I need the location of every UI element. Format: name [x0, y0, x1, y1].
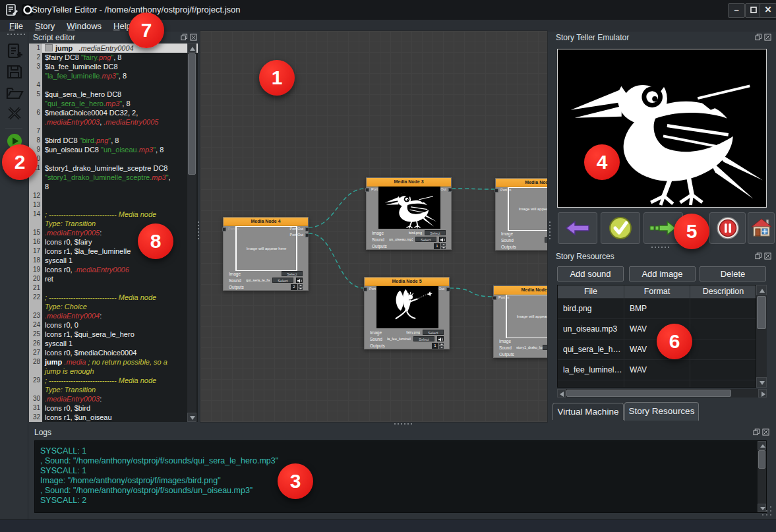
window-resize-grip[interactable]	[762, 506, 775, 519]
close-panel-icon[interactable]	[764, 34, 771, 41]
tab-story-resources[interactable]: Story Resources	[624, 402, 699, 421]
media-node[interactable]: Media Node 4Port InPort OutPort OutImage…	[223, 217, 309, 291]
code-line[interactable]: 27lcons r0, $mediaChoice0004	[29, 348, 198, 357]
script-editor-scrollbar[interactable]	[187, 44, 196, 422]
emulator-back-button[interactable]	[558, 212, 597, 244]
code-line[interactable]: 31lcons r0, $bird	[29, 403, 198, 413]
code-line[interactable]: "qui_sera_le_hero.mp3", 8	[29, 99, 198, 108]
menu-story[interactable]: Story	[29, 20, 61, 32]
code-line[interactable]: jump is enough	[29, 367, 198, 376]
port-in-connector[interactable]	[365, 188, 369, 192]
select-button[interactable]: Select	[425, 230, 446, 235]
node-graph-canvas[interactable]: Media Node 4Port InPort OutPort OutImage…	[200, 30, 548, 423]
close-project-button[interactable]	[5, 104, 24, 123]
code-line[interactable]: 22; ---------------------------- Media n…	[29, 293, 198, 302]
column-header-description[interactable]: Description	[690, 285, 756, 298]
script-editor[interactable]: 1jump .mediaEntry00042$fairy DC8 "fairy.…	[29, 44, 198, 422]
code-line[interactable]: 32lcons r1, $un_oiseau	[29, 413, 198, 422]
code-line[interactable]: 13	[29, 200, 198, 210]
window-titlebar[interactable]: StoryTeller Editor - /home/anthony/ostpr…	[0, 0, 776, 20]
menu-file[interactable]: File	[3, 20, 29, 32]
code-line[interactable]: 29; ---------------------------- Media n…	[29, 376, 198, 385]
close-panel-icon[interactable]	[190, 34, 197, 41]
code-line[interactable]: "la_fee_luminelle.mp3", 8	[29, 71, 198, 80]
emulator-ok-button[interactable]	[601, 212, 640, 244]
code-line[interactable]: Type: Transition	[29, 385, 198, 394]
float-panel-icon[interactable]	[755, 252, 762, 260]
open-project-button[interactable]	[5, 83, 24, 102]
close-panel-icon[interactable]	[764, 252, 771, 260]
code-line[interactable]: 26syscall 1	[29, 339, 198, 348]
resource-row[interactable]: bird.pngBMP	[558, 299, 756, 319]
code-line[interactable]: 19lcons r0, .mediaEntry0006	[29, 265, 198, 274]
code-line[interactable]: 7	[29, 127, 198, 136]
logs-output[interactable]: SYSCALL: 1, Sound: "/home/anthony/ostpro…	[34, 440, 767, 513]
delete-resource-button[interactable]: Delete	[700, 266, 766, 281]
tab-virtual-machine[interactable]: Virtual Machine	[552, 403, 624, 420]
port-out-connector[interactable]	[305, 233, 309, 237]
code-line[interactable]: 20ret	[29, 274, 198, 283]
resource-row[interactable]: la_fee_luminelle.mp3WAV	[558, 360, 756, 380]
select-button[interactable]: Select	[423, 330, 444, 335]
code-line[interactable]: 3$la_fee_luminelle DC8	[29, 62, 198, 71]
media-node[interactable]: Media Node 3Port InPort OutImagebird.png…	[366, 177, 452, 250]
menu-windows[interactable]: Windows	[61, 20, 107, 32]
close-panel-icon[interactable]	[762, 429, 769, 436]
code-line[interactable]: Type: Choice	[29, 302, 198, 311]
toolbar-grip[interactable]	[7, 34, 25, 35]
float-panel-icon[interactable]	[181, 34, 188, 41]
code-line[interactable]: 14; ---------------------------- Media n…	[29, 210, 198, 219]
minimize-button[interactable]: –	[728, 3, 745, 18]
node-title[interactable]: Media Node 3	[367, 178, 451, 187]
code-line[interactable]: 6$mediaChoice0004 DC32, 2,	[29, 108, 198, 117]
save-button[interactable]	[5, 62, 24, 80]
port-in-connector[interactable]	[494, 189, 498, 192]
code-line[interactable]: "story1_drako_luminelle_sceptre.mp3",	[29, 173, 198, 182]
port-in-connector[interactable]	[222, 227, 226, 231]
column-header-format[interactable]: Format	[624, 285, 690, 298]
code-line[interactable]: Type: Transition	[29, 219, 198, 228]
code-line[interactable]: 25lcons r1, $qui_sera_le_hero	[29, 330, 198, 339]
code-line[interactable]: 9$un_oiseau DC8 "un_oiseau.mp3", 8	[29, 145, 198, 154]
select-button[interactable]: Select	[545, 237, 548, 243]
port-out-connector[interactable]	[305, 227, 309, 231]
code-line[interactable]: 5$qui_sera_le_hero DC8	[29, 90, 198, 99]
node-title[interactable]: Media Node 6	[494, 286, 548, 295]
code-line[interactable]: 28jump .media ; no return possible, so a	[29, 357, 198, 367]
code-line[interactable]: 24lcons r0, 0	[29, 320, 198, 330]
column-header-file[interactable]: File	[558, 285, 624, 298]
new-script-button[interactable]	[5, 42, 24, 61]
select-button[interactable]: Select	[413, 336, 434, 341]
code-line[interactable]: 10	[29, 154, 198, 163]
code-line[interactable]: 8	[29, 182, 198, 191]
media-node[interactable]: Media Node 5Port InPort OutImagefairy.pn…	[364, 277, 450, 349]
resource-row[interactable]: fairy.pngBMP	[558, 380, 756, 388]
code-line[interactable]: 1jump .mediaEntry0004	[29, 44, 198, 53]
float-panel-icon[interactable]	[755, 34, 762, 41]
code-line[interactable]: 17lcons r1, $la_fee_luminelle	[29, 247, 198, 256]
code-line[interactable]: 18syscall 1	[29, 256, 198, 265]
add-sound-button[interactable]: Add sound	[557, 266, 624, 281]
play-sound-icon[interactable]	[296, 278, 303, 283]
node-title[interactable]: Media Node 5	[365, 278, 449, 286]
select-button[interactable]: Select	[543, 345, 548, 350]
emulator-pause-button[interactable]	[709, 212, 746, 244]
add-image-button[interactable]: Add image	[629, 266, 696, 281]
float-panel-icon[interactable]	[753, 429, 760, 436]
emulator-home-button[interactable]	[748, 212, 775, 244]
resources-hscrollbar[interactable]	[557, 389, 767, 398]
code-line[interactable]: 30.mediaEntry0003:	[29, 394, 198, 403]
node-title[interactable]: Media Node 4	[224, 218, 308, 226]
media-node[interactable]: Media NodePort InPort OutImage will appe…	[495, 178, 548, 251]
code-line[interactable]: .mediaEntry0003, .mediaEntry0005	[29, 117, 198, 127]
code-line[interactable]: 11$story1_drako_luminelle_sceptre DC8	[29, 163, 198, 173]
code-line[interactable]: 4	[29, 80, 198, 90]
outputs-spinner[interactable]: 1	[432, 343, 444, 349]
outputs-spinner[interactable]: 1	[434, 243, 446, 249]
code-line[interactable]: 21	[29, 283, 198, 293]
code-line[interactable]: 2$fairy DC8 "fairy.png", 8	[29, 53, 198, 62]
splitter-bottom[interactable]	[394, 423, 412, 425]
resources-vscrollbar[interactable]	[756, 285, 767, 388]
port-out-connector[interactable]	[448, 188, 452, 192]
play-sound-icon[interactable]	[439, 237, 446, 242]
